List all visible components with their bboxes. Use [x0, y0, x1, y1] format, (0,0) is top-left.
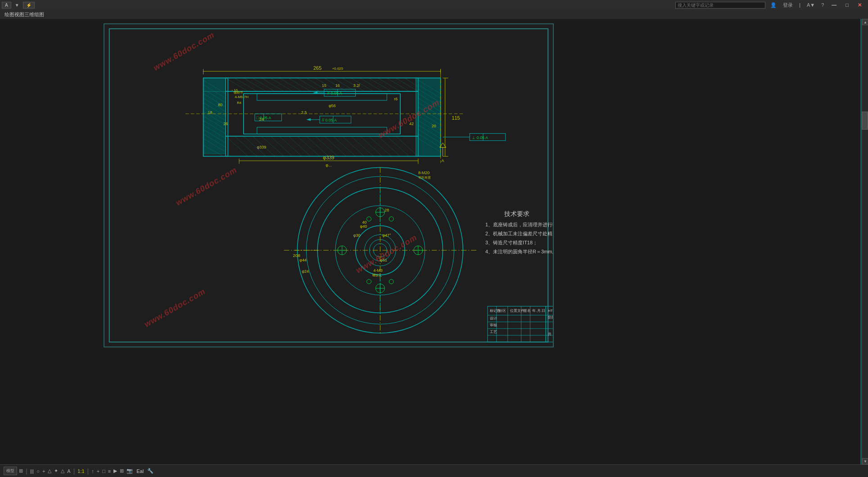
- svg-text:80: 80: [218, 103, 222, 107]
- right-scrollbar: ▲ ▼: [862, 19, 868, 464]
- svg-text:NJUT-01: NJUT-01: [552, 338, 553, 342]
- status-icon-13[interactable]: ⊞: [119, 468, 125, 474]
- status-icon-5[interactable]: ✦: [53, 468, 59, 474]
- separator-1: |: [26, 468, 27, 475]
- svg-text:螺纹孔: 螺纹孔: [372, 274, 382, 277]
- quick-access-btn[interactable]: ⚡: [23, 2, 35, 9]
- status-icon-14[interactable]: 📷: [126, 468, 134, 474]
- search-input[interactable]: [675, 2, 765, 9]
- titlebar-right: 👤 登录 | A▼ ? — □ ✕: [675, 2, 868, 9]
- svg-text:φ44: φ44: [299, 258, 307, 262]
- svg-text:2、机械加工未注偏差尺寸处精度为IT12；: 2、机械加工未注偏差尺寸处精度为IT12；: [485, 231, 553, 236]
- drawing-canvas: www.60doc.com www.60doc.com www.60doc.co…: [104, 23, 554, 347]
- login-btn[interactable]: 登录: [782, 2, 794, 9]
- svg-text:26: 26: [223, 122, 228, 126]
- svg-text:28: 28: [384, 208, 389, 212]
- accent-line: [860, 19, 862, 464]
- svg-text:16: 16: [335, 83, 340, 88]
- status-icon-9[interactable]: +: [96, 468, 100, 474]
- scrollbar-thumb[interactable]: [862, 112, 868, 130]
- status-icon-8[interactable]: ↑: [90, 468, 95, 474]
- settings-icon[interactable]: 🔧: [146, 468, 154, 474]
- menu-item-drawing[interactable]: 绘图视图三维组图: [2, 11, 47, 18]
- svg-text:R4: R4: [237, 101, 242, 105]
- svg-text:HT250: HT250: [548, 309, 553, 313]
- svg-text:20: 20: [432, 124, 436, 128]
- minimize-btn[interactable]: —: [829, 2, 839, 8]
- close-btn[interactable]: ✕: [855, 2, 864, 8]
- svg-text:// 0.05 A: // 0.05 A: [322, 118, 337, 122]
- svg-rect-2: [203, 78, 226, 91]
- svg-text:208: 208: [293, 253, 300, 258]
- svg-text:3.2/: 3.2/: [353, 83, 360, 88]
- svg-text:15: 15: [322, 83, 326, 88]
- app-icon-btn[interactable]: A: [2, 2, 11, 9]
- svg-text:A: A: [442, 158, 444, 163]
- status-icon-2[interactable]: ○: [36, 468, 41, 474]
- svg-text:共: 共: [548, 332, 552, 336]
- eal-text: Eal: [135, 468, 145, 474]
- svg-text:审核: 审核: [490, 323, 497, 327]
- svg-text:→10: →10: [230, 88, 238, 92]
- separator-2: |: [73, 468, 75, 475]
- technical-drawing-svg: 265 +0.025 115 15 16 3.2/ r6 18 80 26 24…: [104, 24, 553, 346]
- title-bar: A ▼ ⚡ 👤 登录 | A▼ ? — □ ✕: [0, 0, 868, 10]
- svg-text:2.5: 2.5: [301, 110, 307, 115]
- svg-text:φ56: φ56: [329, 104, 336, 108]
- status-left: 模型 ⊞ | ||| ○ + △ ✦ △ A | 1:1 | ↑ + □ ≡ ▶…: [0, 467, 154, 475]
- svg-text:φ40: φ40: [360, 224, 367, 229]
- svg-text:4-M6-7H: 4-M6-7H: [235, 95, 249, 99]
- help-btn[interactable]: ?: [820, 2, 825, 8]
- status-icon-7[interactable]: A: [66, 468, 71, 474]
- status-icon-12[interactable]: ▶: [113, 468, 118, 474]
- scroll-up-btn[interactable]: ▲: [862, 19, 868, 25]
- svg-text:⊥ 0.05 A: ⊥ 0.05 A: [472, 135, 488, 140]
- svg-text:等距布置: 等距布置: [418, 176, 431, 179]
- svg-text:1、底座铸成后，应清理并进行时效处理；: 1、底座铸成后，应清理并进行时效处理；: [485, 222, 553, 227]
- app-icon-small: ▼: [15, 3, 19, 8]
- svg-text:□ 0.05 A: □ 0.05 A: [256, 116, 271, 120]
- svg-text:265: 265: [313, 65, 321, 71]
- grid-icon[interactable]: ⊞: [18, 468, 24, 474]
- status-bar: 模型 ⊞ | ||| ○ + △ ✦ △ A | 1:1 | ↑ + □ ≡ ▶…: [0, 464, 868, 477]
- svg-text:4、未注明的圆角半径R＝3mm。: 4、未注明的圆角半径R＝3mm。: [485, 249, 553, 254]
- svg-text:φ339: φ339: [257, 145, 266, 149]
- separator: |: [798, 2, 802, 8]
- model-btn[interactable]: 模型: [4, 467, 17, 475]
- zoom-level: 1:1: [77, 468, 85, 474]
- svg-text:设计: 设计: [490, 316, 497, 320]
- svg-text:φ24: φ24: [302, 269, 309, 274]
- svg-text:+0.025: +0.025: [332, 67, 344, 71]
- svg-text:42: 42: [409, 122, 414, 126]
- svg-text:φ...: φ...: [326, 163, 331, 167]
- svg-text:φ47°: φ47°: [382, 233, 391, 238]
- svg-text:8-M20: 8-M20: [418, 171, 429, 175]
- svg-text:r6: r6: [394, 97, 398, 101]
- status-icon-6[interactable]: △: [60, 468, 65, 474]
- svg-text:3、铸造尺寸精度IT18；: 3、铸造尺寸精度IT18；: [485, 240, 538, 245]
- titlebar-left: A ▼ ⚡: [0, 2, 35, 9]
- svg-text:签名: 签名: [524, 309, 531, 313]
- svg-text:φ339: φ339: [323, 155, 334, 160]
- svg-text:年.月.日: 年.月.日: [532, 309, 545, 313]
- svg-text:40: 40: [362, 220, 367, 225]
- status-icon-1[interactable]: |||: [29, 468, 35, 474]
- settings-btn[interactable]: A▼: [805, 2, 816, 8]
- scroll-down-btn[interactable]: ▼: [862, 458, 868, 464]
- svg-text:// 0.05 A: // 0.05 A: [327, 91, 342, 95]
- svg-text:18: 18: [208, 110, 212, 115]
- svg-text:位置文件: 位置文件: [510, 309, 524, 313]
- svg-text:4-M3: 4-M3: [373, 268, 382, 273]
- status-icon-11[interactable]: ≡: [107, 468, 112, 474]
- svg-text:阶段标记: 阶段标记: [548, 315, 553, 320]
- svg-text:工艺: 工艺: [490, 330, 497, 334]
- status-icon-10[interactable]: □: [101, 468, 106, 474]
- user-icon[interactable]: 👤: [769, 2, 778, 8]
- separator-3: |: [87, 468, 89, 475]
- maximize-btn[interactable]: □: [843, 2, 851, 8]
- status-icon-4[interactable]: △: [47, 468, 52, 474]
- status-icon-3[interactable]: +: [41, 468, 46, 474]
- svg-text:分区: 分区: [499, 309, 506, 313]
- svg-text:技术要求: 技术要求: [504, 210, 529, 217]
- drawing-area[interactable]: www.60doc.com www.60doc.com www.60doc.co…: [0, 19, 868, 464]
